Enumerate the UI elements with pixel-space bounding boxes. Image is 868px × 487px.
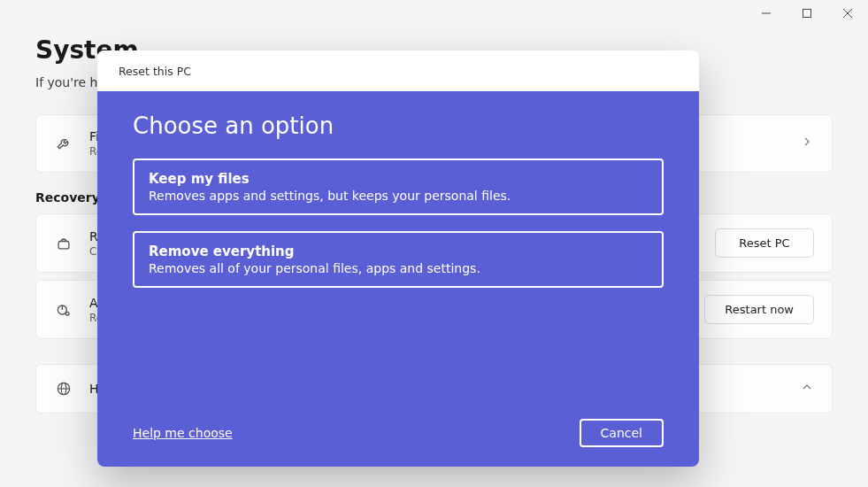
dialog-title: Choose an option	[133, 112, 664, 139]
svg-rect-1	[803, 10, 811, 18]
svg-point-7	[65, 312, 69, 315]
power-gear-icon	[54, 300, 73, 320]
reset-pc-button[interactable]: Reset PC	[715, 228, 814, 258]
chevron-up-icon	[800, 380, 814, 398]
dialog-header: Reset this PC	[97, 50, 699, 91]
option-desc: Removes apps and settings, but keeps you…	[149, 189, 648, 203]
option-desc: Removes all of your personal files, apps…	[149, 261, 648, 275]
option-title: Keep my files	[149, 171, 648, 187]
option-keep-my-files[interactable]: Keep my files Removes apps and settings,…	[133, 158, 664, 215]
svg-rect-4	[58, 241, 69, 248]
chevron-right-icon	[800, 135, 814, 152]
minimize-button[interactable]	[746, 0, 787, 27]
globe-icon	[54, 379, 73, 398]
restart-now-button[interactable]: Restart now	[704, 295, 814, 324]
help-me-choose-link[interactable]: Help me choose	[133, 426, 233, 440]
reset-icon	[54, 234, 73, 253]
option-title: Remove everything	[149, 244, 648, 259]
maximize-button[interactable]	[787, 0, 827, 27]
wrench-icon	[54, 134, 73, 153]
option-remove-everything[interactable]: Remove everything Removes all of your pe…	[133, 231, 664, 288]
cancel-button[interactable]: Cancel	[580, 419, 664, 447]
reset-this-pc-dialog: Reset this PC Choose an option Keep my f…	[97, 50, 699, 467]
close-button[interactable]	[827, 0, 868, 27]
title-bar	[0, 0, 868, 28]
